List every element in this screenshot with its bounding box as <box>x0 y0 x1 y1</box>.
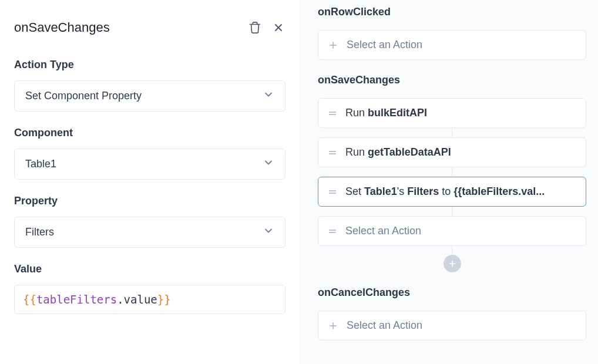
component-label: Component <box>14 127 285 139</box>
event-oncancelchanges: onCancelChanges Select an Action <box>318 287 586 341</box>
code-identifier: tableFilters <box>36 293 117 306</box>
connector <box>318 128 586 137</box>
action-card-selected[interactable]: Set Table1's Filters to {{tableFilters.v… <box>318 177 586 207</box>
property-label: Property <box>14 195 285 207</box>
event-onrowclicked: onRowClicked Select an Action <box>318 6 586 60</box>
plus-icon <box>328 321 338 331</box>
connector <box>318 246 586 255</box>
action-card[interactable]: Run getTableDataAPI <box>318 137 586 167</box>
drag-handle-icon[interactable] <box>328 148 337 157</box>
chevron-down-icon <box>263 89 274 103</box>
component-select[interactable]: Table1 <box>14 149 285 180</box>
connector <box>318 167 586 177</box>
action-card[interactable]: Run bulkEditAPI <box>318 98 586 128</box>
action-type-value: Set Component Property <box>25 90 142 102</box>
header-actions <box>248 21 285 35</box>
add-action-card[interactable]: Select an Action <box>318 216 586 246</box>
event-onsavechanges: onSaveChanges Run bulkEditAPI Run getTab… <box>318 74 586 272</box>
event-title: onRowClicked <box>318 6 586 18</box>
right-panel: onRowClicked Select an Action onSaveChan… <box>300 0 598 364</box>
drag-handle-icon[interactable] <box>328 187 337 197</box>
component-value: Table1 <box>25 158 56 170</box>
add-circle-row <box>318 255 586 272</box>
value-label: Value <box>14 263 285 275</box>
add-action-placeholder: Select an Action <box>345 225 421 237</box>
action-type-select[interactable]: Set Component Property <box>14 80 285 112</box>
drag-handle-icon[interactable] <box>328 227 337 236</box>
left-panel: onSaveChanges Action Type Set Component … <box>0 0 300 364</box>
event-title: onSaveChanges <box>318 74 586 86</box>
code-braces-close: }} <box>157 293 171 306</box>
drag-handle-icon[interactable] <box>328 109 337 118</box>
chevron-down-icon <box>263 225 274 240</box>
action-text: Run getTableDataAPI <box>345 146 576 159</box>
header-row: onSaveChanges <box>14 20 285 35</box>
value-input[interactable]: {{tableFilters.value}} <box>14 285 285 314</box>
chevron-down-icon <box>263 157 274 171</box>
add-action-card[interactable]: Select an Action <box>318 30 586 60</box>
page-title: onSaveChanges <box>14 20 110 35</box>
plus-icon <box>328 40 338 50</box>
close-icon[interactable] <box>271 21 285 35</box>
trash-icon[interactable] <box>248 21 262 35</box>
property-select[interactable]: Filters <box>14 217 285 248</box>
property-group: Property Filters <box>14 195 285 248</box>
action-type-label: Action Type <box>14 59 285 71</box>
property-value: Filters <box>25 226 54 238</box>
component-group: Component Table1 <box>14 127 285 180</box>
add-action-placeholder: Select an Action <box>347 319 422 332</box>
action-type-group: Action Type Set Component Property <box>14 59 285 112</box>
action-text: Set Table1's Filters to {{tableFilters.v… <box>345 186 576 198</box>
add-action-button[interactable] <box>444 255 461 272</box>
event-title: onCancelChanges <box>318 287 586 299</box>
value-group: Value {{tableFilters.value}} <box>14 263 285 314</box>
connector <box>318 207 586 216</box>
code-property: .value <box>117 293 157 306</box>
add-action-card[interactable]: Select an Action <box>318 311 586 341</box>
action-text: Run bulkEditAPI <box>345 107 576 119</box>
code-braces-open: {{ <box>23 293 36 306</box>
add-action-placeholder: Select an Action <box>347 39 422 51</box>
